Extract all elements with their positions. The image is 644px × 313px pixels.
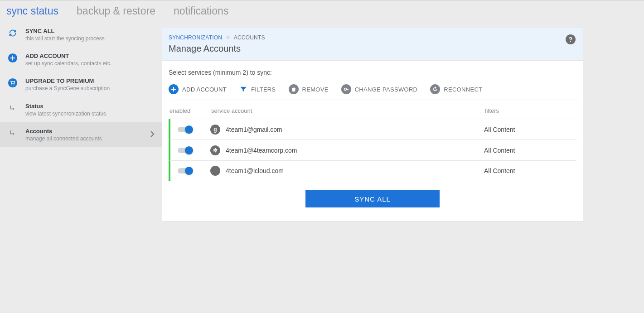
row-enabled: [174, 127, 210, 132]
toolbar-label: RECONNECT: [444, 86, 482, 93]
help-icon[interactable]: ?: [566, 34, 576, 44]
plus-circle-icon: [7, 53, 18, 63]
main: SYNCHRONIZATION > ACCOUNTS Manage Accoun…: [162, 22, 644, 303]
sync-all-button[interactable]: SYNC ALL: [305, 190, 440, 207]
breadcrumb: SYNCHRONIZATION > ACCOUNTS: [169, 34, 574, 41]
subtitle: Select services (minimum 2) to sync:: [169, 69, 576, 76]
trash-icon: [289, 84, 299, 94]
svg-point-5: [14, 84, 15, 85]
row-enabled: [174, 168, 210, 173]
column-enabled: enabled: [169, 107, 211, 114]
breadcrumb-separator: >: [224, 34, 232, 41]
reconnect-icon: [430, 84, 440, 94]
sidebar-item-label: Accounts: [25, 128, 143, 135]
sidebar-item-label: SYNC ALL: [25, 28, 155, 34]
toolbar: ADD ACCOUNT FILTERS REMOVE: [169, 84, 576, 100]
table-columns: enabled service account filters: [169, 105, 576, 119]
enable-toggle[interactable]: [178, 148, 191, 153]
page-title: Manage Accounts: [169, 43, 574, 54]
table-row[interactable]: 4team1@icloud.com All Content: [169, 160, 576, 181]
sidebar-item-sub: set up sync calendars, contacts etc.: [25, 60, 155, 67]
svg-point-4: [11, 84, 12, 85]
tab-notifications[interactable]: notifications: [174, 0, 228, 22]
svg-rect-10: [348, 89, 349, 90]
row-service-account: ✲ 4team1@4teamcorp.com: [210, 145, 484, 155]
sidebar-item-sub: purchase a SyncGene subscription: [25, 85, 155, 91]
toolbar-label: FILTERS: [251, 86, 276, 93]
add-account-button[interactable]: ADD ACCOUNT: [169, 84, 227, 94]
accounts-card: SYNCHRONIZATION > ACCOUNTS Manage Accoun…: [162, 28, 583, 222]
filter-icon: [239, 85, 247, 93]
breadcrumb-parent[interactable]: SYNCHRONIZATION: [169, 34, 222, 41]
svg-point-3: [8, 78, 17, 87]
sidebar-item-add-account[interactable]: ADD ACCOUNT set up sync calendars, conta…: [0, 47, 162, 72]
enable-toggle[interactable]: [178, 127, 191, 132]
row-enabled: [174, 148, 210, 153]
exchange-icon: ✲: [210, 145, 220, 155]
card-header: SYNCHRONIZATION > ACCOUNTS Manage Accoun…: [162, 28, 583, 61]
account-email: 4team1@icloud.com: [226, 167, 284, 174]
toolbar-label: ADD ACCOUNT: [182, 86, 227, 93]
subitem-arrow-icon: [7, 128, 18, 139]
sidebar-item-accounts[interactable]: Accounts manage all connected accounts: [0, 122, 162, 147]
cart-circle-icon: [7, 77, 18, 88]
row-service-account: 4team1@icloud.com: [210, 166, 484, 176]
sidebar-item-label: ADD ACCOUNT: [25, 53, 155, 59]
row-filters: All Content: [484, 147, 575, 154]
icloud-icon: [210, 166, 220, 176]
svg-point-8: [344, 88, 346, 91]
sidebar-item-upgrade[interactable]: UPGRADE TO PREMIUM purchase a SyncGene s…: [0, 72, 162, 97]
google-icon: g: [210, 125, 220, 135]
tab-sync-status[interactable]: sync status: [6, 0, 58, 22]
sidebar-item-sub: this will start the syncing process: [25, 35, 155, 42]
top-tabs: sync status backup & restore notificatio…: [0, 0, 644, 22]
row-filters: All Content: [484, 126, 575, 133]
change-password-button[interactable]: CHANGE PASSWORD: [341, 84, 418, 94]
sync-icon: [7, 28, 18, 39]
account-email: 4team1@gmail.com: [226, 126, 282, 133]
breadcrumb-current: ACCOUNTS: [234, 34, 265, 41]
column-service-account: service account: [211, 107, 485, 114]
reconnect-button[interactable]: RECONNECT: [430, 84, 482, 94]
sidebar-item-sub: view latest synchronization status: [25, 111, 155, 117]
svg-rect-2: [10, 58, 15, 58]
toolbar-label: REMOVE: [302, 86, 329, 93]
sidebar-item-label: UPGRADE TO PREMIUM: [25, 77, 155, 84]
account-email: 4team1@4teamcorp.com: [226, 147, 297, 154]
remove-button[interactable]: REMOVE: [289, 84, 329, 94]
layout: SYNC ALL this will start the syncing pro…: [0, 22, 644, 303]
sidebar-item-label: Status: [25, 103, 155, 110]
subitem-arrow-icon: [7, 103, 18, 114]
tab-backup-restore[interactable]: backup & restore: [77, 0, 155, 22]
row-filters: All Content: [484, 167, 575, 174]
sidebar: SYNC ALL this will start the syncing pro…: [0, 22, 162, 303]
chevron-right-icon: [150, 130, 155, 140]
filters-button[interactable]: FILTERS: [239, 85, 276, 93]
sidebar-item-sync-all[interactable]: SYNC ALL this will start the syncing pro…: [0, 22, 162, 47]
toolbar-label: CHANGE PASSWORD: [355, 86, 418, 93]
sidebar-item-sub: manage all connected accounts: [25, 135, 143, 142]
key-icon: [341, 84, 351, 94]
column-filters: filters: [485, 107, 576, 114]
row-service-account: g 4team1@gmail.com: [210, 125, 484, 135]
table-row[interactable]: g 4team1@gmail.com All Content: [169, 119, 576, 140]
svg-rect-7: [171, 89, 176, 90]
table-row[interactable]: ✲ 4team1@4teamcorp.com All Content: [169, 140, 576, 160]
sidebar-item-status[interactable]: Status view latest synchronization statu…: [0, 97, 162, 122]
enable-toggle[interactable]: [178, 168, 191, 173]
card-body: Select services (minimum 2) to sync: ADD…: [162, 61, 583, 221]
plus-icon: [169, 84, 179, 94]
